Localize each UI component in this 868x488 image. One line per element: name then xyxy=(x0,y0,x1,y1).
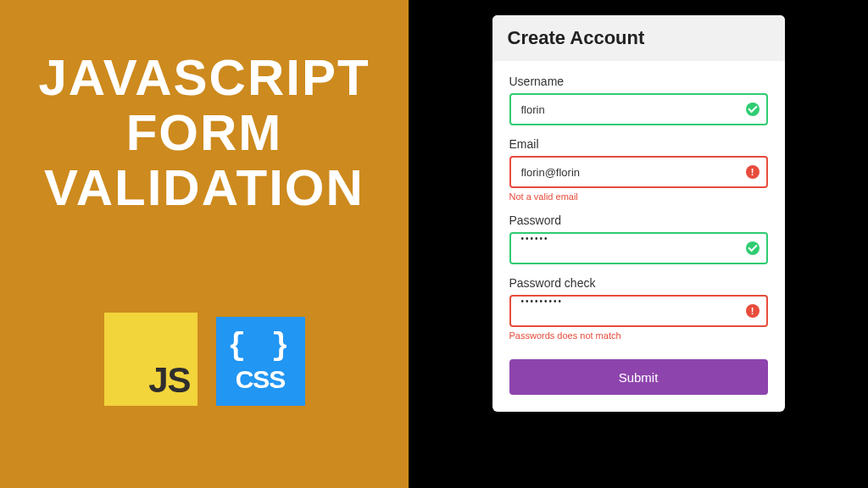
check-circle-icon xyxy=(746,241,760,255)
username-label: Username xyxy=(509,75,768,88)
hero-title: JavaScript Form Validation xyxy=(38,51,370,215)
tech-badges: JS { } CSS xyxy=(104,313,305,406)
js-badge-label: JS xyxy=(148,360,190,401)
password-label: Password xyxy=(509,214,768,227)
password-check-input-wrap: ••••••••• xyxy=(509,295,768,327)
email-input[interactable] xyxy=(509,156,768,188)
email-input-wrap xyxy=(509,156,768,188)
hero-title-line3: Validation xyxy=(38,161,370,216)
card-title: Create Account xyxy=(508,27,770,49)
hero-panel: JavaScript Form Validation JS { } CSS xyxy=(0,0,409,488)
field-email: Email Not a valid email xyxy=(509,137,768,202)
check-circle-icon xyxy=(746,103,760,116)
css-badge: { } CSS xyxy=(216,317,305,406)
hero-title-line1: JavaScript xyxy=(38,51,370,106)
password-input-wrap: •••••• xyxy=(509,232,768,264)
exclamation-circle-icon xyxy=(746,165,760,179)
braces-icon: { } xyxy=(228,329,293,363)
email-label: Email xyxy=(509,137,768,151)
card-body: Username Email Not a valid email Passwor… xyxy=(492,61,785,412)
password-check-label: Password check xyxy=(509,276,768,290)
password-check-input[interactable]: ••••••••• xyxy=(509,295,768,327)
exclamation-circle-icon xyxy=(746,304,760,318)
submit-button[interactable]: Submit xyxy=(509,359,768,395)
password-check-error: Passwords does not match xyxy=(509,330,768,341)
password-input[interactable]: •••••• xyxy=(509,232,768,264)
css-badge-label: CSS xyxy=(236,365,286,394)
field-password: Password •••••• xyxy=(509,214,768,264)
form-panel: Create Account Username Email Not a vali… xyxy=(409,0,868,488)
js-badge: JS xyxy=(104,313,198,406)
username-input[interactable] xyxy=(509,93,768,125)
email-error: Not a valid email xyxy=(509,191,768,202)
hero-title-line2: Form xyxy=(38,106,370,161)
username-input-wrap xyxy=(509,93,768,125)
field-password-check: Password check ••••••••• Passwords does … xyxy=(509,276,768,341)
signup-card: Create Account Username Email Not a vali… xyxy=(492,15,785,412)
card-header: Create Account xyxy=(492,15,785,61)
field-username: Username xyxy=(509,75,768,125)
